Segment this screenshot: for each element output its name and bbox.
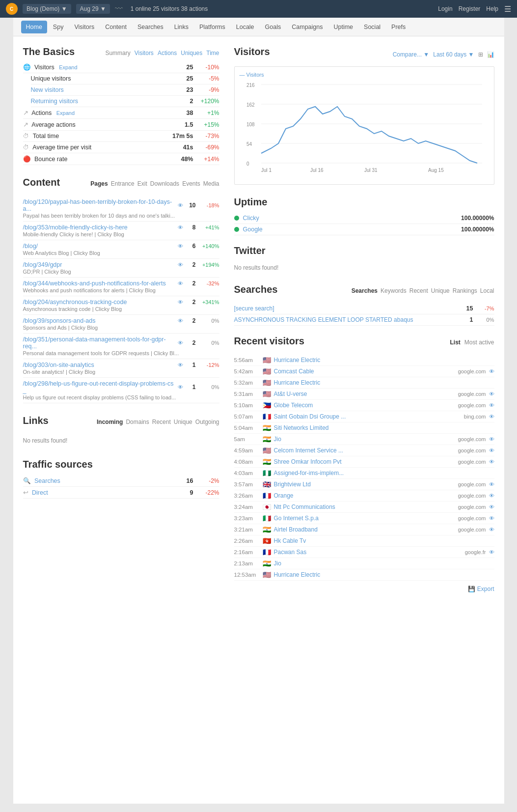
tab-unique-search[interactable]: Unique <box>431 287 450 294</box>
visitor-page-icon[interactable]: 👁 <box>489 368 494 374</box>
visitor-page-icon[interactable]: 👁 <box>489 515 494 521</box>
svg-text:216: 216 <box>246 83 255 88</box>
page-change: +341% <box>199 299 219 305</box>
tab-most-active[interactable]: Most active <box>464 339 494 346</box>
page-spy-icon[interactable]: 👁 <box>178 362 183 368</box>
visitor-page-icon[interactable]: 👁 <box>489 504 494 510</box>
stat-change-visitors: -10% <box>197 64 219 71</box>
tab-recent[interactable]: Recent <box>152 419 171 425</box>
page-link[interactable]: /blog/204/asynchronous-tracking-code <box>23 299 175 306</box>
returning-visitors-link[interactable]: Returning visitors <box>31 98 79 105</box>
tab-domains[interactable]: Domains <box>126 419 149 425</box>
page-spy-icon[interactable]: 👁 <box>178 318 183 324</box>
visitor-page-icon[interactable]: 👁 <box>489 493 494 499</box>
subnav-platforms[interactable]: Platforms <box>194 21 230 33</box>
subnav-content[interactable]: Content <box>100 21 132 33</box>
page-spy-icon[interactable]: 👁 <box>178 262 183 268</box>
navbar-right: Login Register Help ☰ <box>438 4 511 14</box>
tab-summary[interactable]: Summary <box>105 50 130 56</box>
chart-icon[interactable]: 〰 <box>115 4 123 13</box>
direct-traffic-link[interactable]: Direct <box>32 489 48 496</box>
subnav-searches[interactable]: Searches <box>133 21 168 33</box>
subnav-visitors[interactable]: Visitors <box>69 21 99 33</box>
tab-exit[interactable]: Exit <box>137 180 147 187</box>
visitor-source: google.com <box>452 493 486 499</box>
searches-traffic-link[interactable]: Searches <box>34 477 60 484</box>
register-link[interactable]: Register <box>459 5 481 12</box>
subnav-links[interactable]: Links <box>169 21 193 33</box>
stat-value-total-time: 17m 5s <box>172 133 193 140</box>
page-spy-icon[interactable]: 👁 <box>178 299 183 305</box>
period-button[interactable]: Last 60 days ▼ <box>433 51 474 58</box>
export-button[interactable]: 💾 Export <box>468 586 494 592</box>
tab-outgoing[interactable]: Outgoing <box>195 419 219 425</box>
visitor-page-icon[interactable]: 👁 <box>489 414 494 420</box>
subnav-locale[interactable]: Locale <box>231 21 259 33</box>
async-search-link[interactable]: ASYNCHRONOUS TRACKING ELEMENT LOOP START… <box>234 316 413 323</box>
table-view-icon[interactable]: ⊞ <box>478 51 483 58</box>
subnav-campaigns[interactable]: Campaigns <box>287 21 327 33</box>
tab-recent[interactable]: Recent <box>409 287 428 294</box>
tab-uniques[interactable]: Uniques <box>181 50 202 56</box>
page-spy-icon[interactable]: 👁 <box>178 280 183 286</box>
tab-keywords[interactable]: Keywords <box>381 287 407 294</box>
secure-search-link[interactable]: [secure search] <box>234 305 274 312</box>
compare-button[interactable]: Compare... ▼ <box>393 51 430 58</box>
subnav-home[interactable]: Home <box>21 21 47 33</box>
tab-rankings[interactable]: Rankings <box>453 287 477 294</box>
visitor-page-icon[interactable]: 👁 <box>489 527 494 532</box>
subnav-uptime[interactable]: Uptime <box>328 21 358 33</box>
tab-media[interactable]: Media <box>203 180 219 187</box>
actions-expand[interactable]: Expand <box>56 110 75 116</box>
visitor-page-icon[interactable]: 👁 <box>489 481 494 487</box>
tab-incoming[interactable]: Incoming <box>97 419 123 425</box>
page-spy-icon[interactable]: 👁 <box>178 384 183 390</box>
page-link[interactable]: /blog/344/webhooks-and-push-notification… <box>23 280 175 287</box>
tab-entrance[interactable]: Entrance <box>111 180 135 187</box>
page-link[interactable]: /blog/298/help-us-figure-out-recent-disp… <box>23 380 175 394</box>
visitors-expand[interactable]: Expand <box>59 64 77 70</box>
tab-downloads[interactable]: Downloads <box>150 180 179 187</box>
page-link[interactable]: /blog/349/gdpr <box>23 261 175 268</box>
visitor-page-icon[interactable]: 👁 <box>489 459 494 465</box>
page-spy-icon[interactable]: 👁 <box>178 340 183 346</box>
page-link[interactable]: /blog/ <box>23 243 175 250</box>
visitor-page-icon[interactable]: 👁 <box>489 402 494 408</box>
google-uptime-link[interactable]: Google <box>243 226 263 233</box>
page-spy-icon[interactable]: 👁 <box>178 224 183 230</box>
subnav-goals[interactable]: Goals <box>260 21 286 33</box>
menu-icon[interactable]: ☰ <box>504 4 511 14</box>
page-link[interactable]: /blog/120/paypal-has-been-terribly-broke… <box>23 198 175 212</box>
new-visitors-link[interactable]: New visitors <box>31 86 64 93</box>
tab-actions[interactable]: Actions <box>158 50 177 56</box>
tab-list[interactable]: List <box>450 339 460 346</box>
navbar-site[interactable]: Blog (Demo) ▼ <box>23 4 71 14</box>
visitor-page-icon[interactable]: 👁 <box>489 549 494 555</box>
tab-visitors[interactable]: Visitors <box>135 50 154 56</box>
help-link[interactable]: Help <box>486 5 498 12</box>
visitor-page-icon[interactable]: 👁 <box>489 391 494 397</box>
tab-time[interactable]: Time <box>206 50 219 56</box>
page-link[interactable]: /blog/353/mobile-friendly-clicky-is-here <box>23 224 175 231</box>
navbar-date[interactable]: Aug 29 ▼ <box>76 4 110 14</box>
bar-chart-icon[interactable]: 📊 <box>487 51 494 58</box>
page-link[interactable]: /blog/351/personal-data-management-tools… <box>23 336 175 350</box>
tab-pages[interactable]: Pages <box>90 180 108 187</box>
search-value-async: 1 <box>463 316 473 323</box>
page-spy-icon[interactable]: 👁 <box>178 202 183 208</box>
clicky-uptime-link[interactable]: Clicky <box>243 215 259 222</box>
tab-unique[interactable]: Unique <box>174 419 192 425</box>
subnav-spy[interactable]: Spy <box>48 21 69 33</box>
tab-local[interactable]: Local <box>480 287 494 294</box>
tab-events[interactable]: Events <box>182 180 200 187</box>
page-link[interactable]: /blog/303/on-site-analytics <box>23 362 175 368</box>
page-sub: Asynchronous tracking code | Clicky Blog <box>23 306 219 312</box>
page-link[interactable]: /blog/39/sponsors-and-ads <box>23 317 175 324</box>
page-spy-icon[interactable]: 👁 <box>178 243 183 249</box>
tab-searches[interactable]: Searches <box>352 287 378 294</box>
subnav-social[interactable]: Social <box>359 21 385 33</box>
visitor-page-icon[interactable]: 👁 <box>489 436 494 442</box>
subnav-prefs[interactable]: Prefs <box>386 21 410 33</box>
login-link[interactable]: Login <box>438 5 452 12</box>
visitor-page-icon[interactable]: 👁 <box>489 448 494 453</box>
